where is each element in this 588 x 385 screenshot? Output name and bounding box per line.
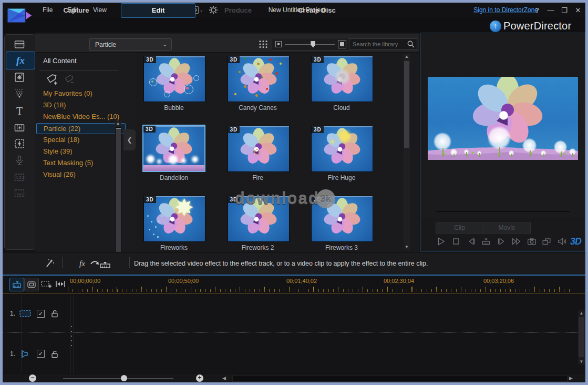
track-unlock-icon[interactable] (50, 309, 59, 318)
seek-marker-icon[interactable] (479, 235, 493, 248)
zoom-slider-thumb[interactable] (311, 41, 315, 48)
scroll-down-icon[interactable]: ▼ (578, 359, 585, 364)
track-unlock-icon[interactable] (50, 350, 59, 358)
timeline-bottom-bar: − + ◀ ▶ (3, 373, 585, 382)
timeline-zoom-slider[interactable] (63, 378, 173, 379)
fast-forward-icon[interactable] (510, 235, 523, 248)
grid-view-icon[interactable] (259, 40, 268, 48)
scrollbar-thumb[interactable] (116, 127, 121, 266)
movie-mode-button[interactable]: Movie (483, 222, 531, 234)
storyboard-view-button[interactable] (24, 278, 39, 291)
seek-bar[interactable] (436, 211, 570, 213)
scroll-up-icon[interactable]: ▲ (115, 121, 121, 126)
category-special[interactable]: Special (18) (36, 135, 125, 145)
signin-directorzone-link[interactable]: Sign in to DirectorZone (473, 3, 538, 17)
snapshot-icon[interactable] (525, 235, 539, 248)
category-visual[interactable]: Visual (26) (36, 169, 125, 179)
media-room-icon[interactable] (6, 37, 33, 52)
scrollbar-thumb[interactable] (404, 61, 409, 148)
effect-thumbnail[interactable]: 3D (311, 126, 373, 172)
timeline-view-button[interactable] (9, 278, 24, 291)
fx-to-track-icon[interactable]: fx (79, 258, 112, 270)
category-newblue-video-es-[interactable]: NewBlue Video Es... (10) (36, 112, 125, 121)
track-enable-checkbox[interactable]: ✓ (37, 310, 45, 318)
track-header: 1.✓ (10, 295, 59, 332)
chevron-down-icon: ⌄ (163, 42, 171, 47)
effect-card-fire-huge[interactable]: 3DFire Huge (311, 126, 373, 181)
category-scrollbar[interactable]: ▲ (115, 121, 121, 273)
ground-leaf (471, 152, 474, 154)
effect-thumbnail[interactable]: 3D (311, 56, 373, 102)
previous-frame-icon[interactable] (465, 235, 478, 248)
collapse-pane-handle[interactable]: ❮ (123, 129, 136, 150)
category-my-favorites[interactable]: My Favorites (0) (36, 88, 125, 98)
category-particle[interactable]: Particle (22) (36, 123, 126, 134)
timeline-vertical-scrollbar[interactable]: ▲ ▼ (578, 310, 585, 364)
help-button[interactable]: ? (533, 6, 541, 14)
next-frame-icon[interactable] (494, 235, 508, 248)
header-resize-handle[interactable] (70, 326, 73, 346)
effect-card-fire[interactable]: 3DFire (228, 126, 290, 181)
scrollbar-thumb[interactable] (579, 317, 584, 357)
audio-mixing-room-icon[interactable] (6, 136, 33, 151)
volume-icon[interactable] (555, 235, 569, 248)
scroll-up-icon[interactable]: ▲ (404, 54, 410, 59)
undock-preview-icon[interactable] (540, 235, 553, 248)
stop-icon[interactable] (449, 235, 463, 248)
particle-room-icon[interactable] (6, 86, 33, 100)
track-enable-checkbox[interactable]: ✓ (37, 350, 45, 358)
zoom-in-thumbnails-icon[interactable] (338, 40, 346, 48)
maximize-button[interactable]: ❒ (560, 6, 569, 14)
grid-scrollbar[interactable]: ▲ ▼ (404, 54, 410, 250)
tab-create-disc[interactable]: Create Disc (283, 3, 351, 18)
magic-style-icon[interactable] (44, 258, 56, 270)
title-room-icon[interactable]: T (6, 104, 33, 118)
tab-produce[interactable]: Produce (212, 3, 264, 18)
add-tag-icon[interactable] (46, 74, 58, 85)
timeline-horizontal-scrollbar[interactable] (232, 375, 568, 382)
transition-room-icon[interactable] (6, 120, 33, 135)
tab-edit[interactable]: Edit (121, 3, 195, 18)
effect-card-candy-canes[interactable]: 3DCandy Canes (228, 56, 290, 112)
zoom-slider-thumb[interactable] (121, 375, 127, 381)
category-text-masking[interactable]: Text Masking (5) (36, 158, 125, 168)
close-button[interactable]: ✕ (574, 6, 582, 14)
timeline-zoom-in-button[interactable]: + (196, 374, 203, 382)
range-select-icon[interactable] (55, 279, 66, 289)
effect-room-icon[interactable]: fx (6, 52, 35, 69)
play-icon[interactable] (434, 235, 448, 248)
scroll-left-icon[interactable]: ◀ (222, 375, 226, 381)
watermark-badge: 3k (316, 189, 335, 208)
all-content-label[interactable]: All Content (43, 57, 77, 65)
clip-mode-button[interactable]: Clip (436, 222, 483, 234)
library-filter-dropdown[interactable]: Particle ⌄ (89, 38, 172, 50)
zoom-out-thumbnails-icon[interactable] (275, 41, 282, 47)
category-style[interactable]: Style (39) (36, 146, 125, 156)
effect-card-bubble[interactable]: 3DBubble (143, 56, 205, 112)
effect-thumbnail[interactable]: 3D (228, 126, 290, 172)
effect-name: Candy Canes (216, 104, 300, 112)
effect-thumbnail[interactable]: 3D (228, 56, 290, 102)
scroll-down-icon[interactable]: ▼ (404, 244, 410, 250)
3d-mode-badge[interactable]: 3D (570, 236, 581, 247)
effect-card-cloud[interactable]: 3DCloud (311, 56, 373, 112)
effect-thumbnail[interactable]: 3D (143, 56, 205, 102)
tab-capture[interactable]: Capture (50, 3, 102, 18)
add-track-icon[interactable] (40, 279, 52, 289)
effect-card-fireworks[interactable]: ✸3DFireworks (143, 196, 205, 251)
upgrade-icon[interactable]: ↑ (490, 21, 501, 32)
pip-objects-room-icon[interactable] (6, 70, 33, 85)
effect-card-dandelion[interactable]: 3DDandelion (143, 126, 205, 181)
effect-thumbnail[interactable]: 3D (142, 125, 205, 172)
scroll-up-icon[interactable]: ▲ (578, 310, 585, 316)
effect-thumbnail[interactable]: ✸3D (143, 196, 205, 242)
category-3d[interactable]: 3D (18) (36, 100, 125, 110)
search-icon[interactable] (407, 40, 415, 48)
minimize-button[interactable]: — (546, 6, 555, 14)
thumbnail-zoom-slider[interactable] (285, 44, 335, 45)
playhead-line[interactable] (73, 295, 74, 373)
scroll-right-icon[interactable]: ▶ (569, 375, 573, 381)
timeline-zoom-out-button[interactable]: − (29, 374, 36, 382)
search-input[interactable] (349, 40, 407, 48)
remove-tag-icon[interactable] (64, 75, 75, 84)
